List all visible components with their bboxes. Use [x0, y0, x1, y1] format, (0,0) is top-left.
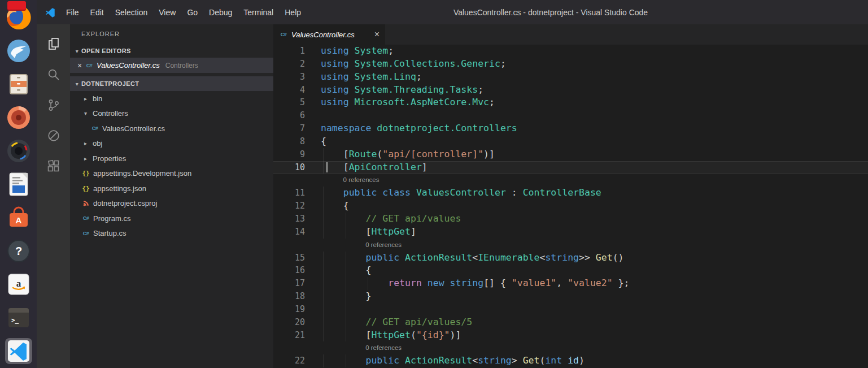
- code-line-1[interactable]: 1using System;: [273, 45, 868, 58]
- activity-extensions-icon[interactable]: [39, 151, 68, 181]
- indent-guide: [323, 226, 324, 239]
- project-section-header[interactable]: ▾ DOTNETPROJECT: [70, 76, 273, 91]
- codelens-row[interactable]: 0 references: [273, 341, 868, 354]
- activity-debug-icon[interactable]: [39, 120, 68, 151]
- line-number: 21: [273, 329, 321, 342]
- code-line-2[interactable]: 2using System.Collections.Generic;: [273, 58, 868, 71]
- code-line-5[interactable]: 5using Microsoft.AspNetCore.Mvc;: [273, 96, 868, 109]
- tree-item-obj[interactable]: ▸obj: [70, 136, 273, 151]
- codelens-references[interactable]: 0 references: [321, 239, 402, 252]
- launcher-item-help[interactable]: ?: [5, 238, 32, 264]
- menu-terminal[interactable]: Terminal: [238, 8, 279, 17]
- recording-indicator-icon[interactable]: [7, 1, 26, 11]
- code-line-3[interactable]: 3using System.Linq;: [273, 71, 868, 84]
- menu-debug[interactable]: Debug: [203, 8, 238, 17]
- tab-bar: C# ValuesController.cs ×: [273, 24, 868, 45]
- menu-selection[interactable]: Selection: [110, 8, 154, 17]
- activity-explorer-icon[interactable]: [39, 29, 68, 59]
- code-line-content: [HttpGet("{id}")]: [321, 329, 868, 342]
- svg-text:A: A: [15, 215, 21, 225]
- launcher-item-ubuntu-software[interactable]: A: [5, 205, 32, 231]
- codelens-references[interactable]: 0 references: [321, 341, 402, 354]
- launcher-item-vscode[interactable]: [5, 338, 32, 364]
- code-line-7[interactable]: 7namespace dotnetproject.Controllers: [273, 122, 868, 135]
- code-editor[interactable]: 1using System;2using System.Collections.…: [273, 45, 868, 368]
- code-line-content: return new string[] { "value1", "value2"…: [321, 277, 868, 290]
- code-line-17[interactable]: 17 return new string[] { "value1", "valu…: [273, 277, 868, 290]
- codelens-row[interactable]: 0 references: [273, 239, 868, 252]
- launcher-item-terminal[interactable]: >_: [5, 305, 32, 331]
- launcher-item-thunderbird[interactable]: [5, 38, 32, 64]
- indent-guide: [323, 200, 324, 213]
- tree-item-program-cs[interactable]: C#Program.cs: [70, 211, 273, 226]
- tree-item-label: dotnetproject.csproj: [93, 199, 157, 207]
- code-line-content: {: [321, 264, 868, 277]
- tree-item-appsettings-development-json[interactable]: {}appsettings.Development.json: [70, 166, 273, 181]
- tree-item-controllers[interactable]: ▾Controllers: [70, 106, 273, 122]
- code-line-18[interactable]: 18 }: [273, 290, 868, 303]
- code-line-4[interactable]: 4using System.Threading.Tasks;: [273, 84, 868, 97]
- tree-item-startup-cs[interactable]: C#Startup.cs: [70, 226, 273, 241]
- code-line-content: [ApiController]: [321, 161, 868, 174]
- code-line-15[interactable]: 15 public ActionResult<IEnumerable<strin…: [273, 252, 868, 265]
- code-line-9[interactable]: 9 [Route("api/[controller]")]: [273, 148, 868, 161]
- tab-valuescontroller-cs[interactable]: C# ValuesController.cs ×: [273, 24, 385, 45]
- vscode-icon: [6, 339, 31, 363]
- line-number: 3: [273, 71, 321, 84]
- code-line-content: using System.Threading.Tasks;: [321, 84, 868, 97]
- indent-guide: [346, 329, 346, 342]
- launcher-item-files[interactable]: [5, 71, 32, 97]
- launcher-item-rhythmbox[interactable]: [5, 105, 32, 131]
- line-number: 20: [273, 316, 321, 329]
- codelens-row[interactable]: 0 references: [273, 174, 868, 187]
- activity-search-icon[interactable]: [39, 59, 68, 90]
- menu-view[interactable]: View: [153, 8, 181, 17]
- code-line-14[interactable]: 14 [HttpGet]: [273, 226, 868, 239]
- menu-bar: FileEditSelectionViewGoDebugTerminalHelp: [60, 8, 307, 17]
- code-line-22[interactable]: 22 public ActionResult<string> Get(int i…: [273, 354, 868, 367]
- codelens-references[interactable]: 0 references: [321, 174, 380, 187]
- activity-source-control-icon[interactable]: [39, 90, 68, 120]
- indent-guide: [346, 252, 346, 265]
- tree-item-label: bin: [93, 94, 102, 103]
- chevron-down-icon: ▾: [73, 48, 81, 54]
- code-line-8[interactable]: 8{: [273, 135, 868, 148]
- indent-guide: [346, 277, 346, 290]
- code-line-content: using System;: [321, 45, 868, 58]
- code-line-10[interactable]: 10 [ApiController]: [273, 161, 868, 174]
- activity-bar: [37, 24, 70, 368]
- menu-help[interactable]: Help: [279, 8, 307, 17]
- menu-file[interactable]: File: [60, 8, 85, 17]
- indent-guide: [323, 303, 324, 316]
- code-line-21[interactable]: 21 [HttpGet("{id}")]: [273, 329, 868, 342]
- chevron-right-icon: ▸: [81, 140, 90, 146]
- tab-close-icon[interactable]: ×: [374, 30, 380, 39]
- code-line-content: namespace dotnetproject.Controllers: [321, 122, 868, 135]
- code-line-content: }: [321, 290, 868, 303]
- code-line-16[interactable]: 16 {: [273, 264, 868, 277]
- open-editor-item[interactable]: ×C#ValuesController.csControllers: [70, 58, 273, 73]
- tree-item-bin[interactable]: ▸bin: [70, 91, 273, 106]
- menu-edit[interactable]: Edit: [85, 8, 110, 17]
- open-editors-header[interactable]: ▾ OPEN EDITORS: [70, 44, 273, 58]
- code-line-13[interactable]: 13 // GET api/values: [273, 213, 868, 226]
- code-line-20[interactable]: 20 // GET api/values/5: [273, 316, 868, 329]
- launcher-item-libreoffice-writer[interactable]: [5, 171, 32, 197]
- tree-item-properties[interactable]: ▸Properties: [70, 151, 273, 166]
- launcher-item-shotwell[interactable]: [5, 138, 32, 164]
- code-line-19[interactable]: 19: [273, 303, 868, 316]
- code-line-12[interactable]: 12 {: [273, 200, 868, 213]
- line-number: 10: [273, 161, 321, 174]
- tree-item-appsettings-json[interactable]: {}appsettings.json: [70, 181, 273, 196]
- close-icon[interactable]: ×: [75, 62, 85, 70]
- line-number: 4: [273, 84, 321, 97]
- code-line-6[interactable]: 6: [273, 109, 868, 122]
- line-number: 1: [273, 45, 321, 58]
- menu-go[interactable]: Go: [181, 8, 203, 17]
- launcher-item-amazon[interactable]: a: [5, 271, 32, 297]
- line-number: 15: [273, 252, 321, 265]
- tree-item-dotnetproject-csproj[interactable]: dotnetproject.csproj: [70, 196, 273, 211]
- code-line-11[interactable]: 11 public class ValuesController : Contr…: [273, 187, 868, 200]
- tree-item-valuescontroller-cs[interactable]: C#ValuesController.cs: [70, 121, 273, 136]
- line-number: 22: [273, 354, 321, 367]
